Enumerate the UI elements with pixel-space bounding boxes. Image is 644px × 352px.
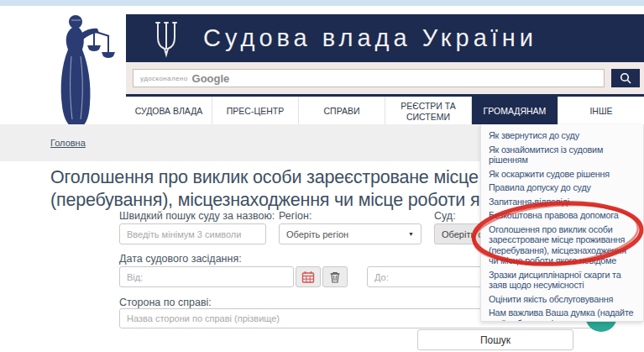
top-strip: [0, 0, 644, 6]
tab-hromadianam[interactable]: ГРОМАДЯНАМ: [472, 97, 558, 127]
menu-item-rate-service[interactable]: Оцінити якість обслуговування: [481, 292, 643, 307]
menu-item-disciplinary-complaint-samples[interactable]: Зразки дисциплінарної скарги та заяв щод…: [481, 268, 643, 292]
tab-pres-centr[interactable]: ПРЕС-ЦЕНТР: [212, 97, 299, 127]
menu-item-summons-announcements[interactable]: Оголошення про виклик особи зареєстрован…: [481, 223, 643, 268]
search-submit-button[interactable]: Пошук: [417, 329, 573, 350]
site-search-input[interactable]: удосконалено Google: [133, 69, 605, 87]
hromadianam-dropdown-menu: Як звернутися до суду Як ознайомитися із…: [480, 124, 644, 322]
trident-icon: [151, 19, 181, 58]
tab-sudova-vlada[interactable]: СУДОВА ВЛАДА: [126, 97, 212, 127]
menu-item-how-to-apply[interactable]: Як звернутися до суду: [481, 129, 643, 143]
site-search-bar: удосконалено Google: [126, 62, 644, 94]
google-logo: Google: [192, 72, 230, 85]
breadcrumb: Головна: [50, 138, 86, 148]
calendar-icon: [301, 271, 315, 284]
hearing-date-label: Дата судового засідання:: [119, 253, 242, 265]
menu-item-appeal-decision[interactable]: Як оскаржити судове рішення: [481, 167, 643, 181]
region-select-value: Оберіть регіон: [286, 229, 348, 239]
menu-item-faq[interactable]: Запитання-відповіді: [481, 195, 643, 209]
region-select[interactable]: Оберіть регіон ▼: [279, 223, 421, 244]
date-from-input[interactable]: [119, 266, 294, 287]
header-banner: Судова влада України: [126, 14, 644, 62]
quick-search-label: Швидкий пошук суду за назвою:: [119, 210, 275, 222]
calendar-button[interactable]: [296, 266, 321, 287]
menu-item-free-legal-aid[interactable]: Безкоштовна правова допомога: [481, 208, 643, 223]
breadcrumb-home-link[interactable]: Головна: [50, 138, 86, 148]
tab-inshe[interactable]: ІНШЕ: [558, 97, 644, 127]
main-nav: СУДОВА ВЛАДА ПРЕС-ЦЕНТР СПРАВИ РЕЄСТРИ Т…: [126, 94, 644, 127]
court-label: Суд:: [434, 210, 456, 222]
quick-search-input[interactable]: [119, 223, 266, 244]
tab-reyestry-ta-systemy[interactable]: РЕЄСТРИ ТА СИСТЕМИ: [385, 97, 472, 127]
site-title: Судова влада України: [203, 24, 537, 52]
tab-spravy[interactable]: СПРАВИ: [299, 97, 385, 127]
menu-item-access-rules[interactable]: Правила допуску до суду: [481, 181, 643, 195]
judicial-power-ukraine-page: Судова влада України удосконалено Google…: [0, 0, 644, 352]
lady-justice-statue: [42, 10, 118, 130]
magnifier-icon: [620, 72, 631, 84]
clear-date-button[interactable]: [322, 266, 348, 287]
trash-icon: [329, 271, 341, 283]
menu-item-your-opinion[interactable]: Нам важлива Ваша думка (надайте свої поб…: [481, 306, 643, 322]
case-party-label: Сторона по справі:: [119, 297, 212, 308]
dropdown-arrow-icon: ▼: [408, 231, 414, 237]
region-label: Регіон:: [279, 210, 312, 222]
menu-item-court-decision[interactable]: Як ознайомитися із судовим рішенням: [481, 143, 643, 167]
search-button[interactable]: [611, 69, 640, 87]
search-prefix-label: удосконалено: [140, 75, 188, 82]
